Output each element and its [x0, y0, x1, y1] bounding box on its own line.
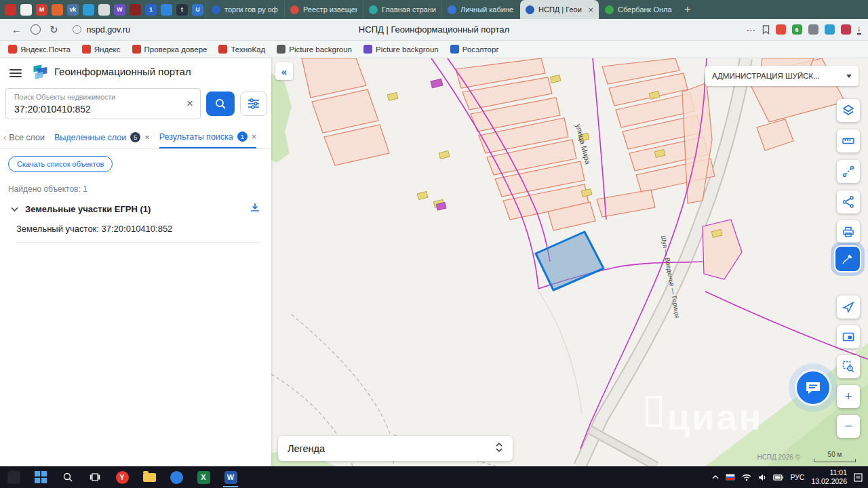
pinned-tab[interactable]: W	[114, 4, 125, 16]
search-input[interactable]: Поиск Объекты недвижимости 37:20:010410:…	[5, 88, 201, 119]
locate-button[interactable]	[837, 296, 860, 319]
extension-icon[interactable]	[776, 24, 786, 35]
extension-icon[interactable]	[825, 24, 835, 35]
language-indicator[interactable]: РУС	[790, 473, 804, 481]
volume-icon[interactable]	[758, 474, 766, 481]
tab-favicon	[448, 5, 456, 14]
print-button[interactable]	[837, 220, 860, 243]
tab-sberbank[interactable]: Сбербанк Онла	[599, 0, 677, 19]
pinned-tab[interactable]: t	[176, 4, 188, 16]
url-text[interactable]: nspd.gov.ru	[87, 25, 130, 35]
pinned-tab[interactable]: vk	[67, 4, 79, 16]
new-tab-button[interactable]: +	[684, 3, 691, 16]
portal-title: Геоинформационный портал	[54, 66, 191, 77]
pinned-tab[interactable]	[83, 4, 94, 16]
tab-close-icon[interactable]: ×	[588, 5, 593, 15]
reload-button[interactable]: ↻	[50, 24, 58, 36]
search-value[interactable]: 37:20:010410:852	[14, 104, 91, 115]
ruler-button[interactable]	[837, 129, 860, 152]
task-view-button[interactable]	[81, 466, 108, 488]
tab-lichny-kabinet[interactable]: Личный кабине	[441, 0, 520, 19]
tab-close-icon[interactable]: ×	[144, 132, 150, 142]
overview-map-button[interactable]	[837, 325, 860, 348]
tab-reestr[interactable]: Реестр извещен	[284, 0, 363, 19]
extension-icon[interactable]	[841, 24, 851, 35]
downloads-icon[interactable]: ↓	[857, 24, 862, 35]
clear-search-icon[interactable]: ×	[186, 97, 193, 110]
collections-flag-icon[interactable]	[762, 25, 770, 35]
tab-torgi[interactable]: торги гов ру оф	[205, 0, 284, 19]
excel-taskbar[interactable]: X	[190, 466, 217, 488]
group-download-icon[interactable]	[250, 202, 260, 216]
blue-app-taskbar[interactable]	[163, 466, 190, 488]
tab-glavnaya[interactable]: Главная страни	[363, 0, 441, 19]
taskbar-search-button[interactable]	[54, 466, 81, 488]
pinned-tab[interactable]: M	[36, 4, 47, 16]
tab-favicon	[290, 5, 299, 14]
pinned-tab[interactable]	[5, 4, 16, 16]
search-button[interactable]	[206, 92, 235, 116]
profile-badge-icon[interactable]	[31, 24, 41, 35]
filter-button[interactable]	[240, 92, 267, 116]
pinned-tab[interactable]	[20, 4, 32, 16]
tabs-scroll-left-icon[interactable]: ‹	[3, 132, 6, 142]
taskbar-clock[interactable]: 11:01 13.02.2026	[811, 468, 847, 486]
tab-nspd-active[interactable]: НСПД | Геои ×	[520, 0, 599, 19]
menu-hamburger-icon[interactable]	[9, 67, 22, 79]
site-info-icon[interactable]	[73, 25, 81, 34]
taskbar-app-dark[interactable]	[0, 466, 27, 488]
layers-button[interactable]	[837, 99, 860, 122]
pinned-tab[interactable]	[98, 4, 110, 16]
tab-label: Выделенные слои	[54, 133, 126, 142]
region-selector-label: АДМИНИСТРАЦИЯ ШУЙСК...	[712, 72, 820, 80]
extension-icon[interactable]: 6	[792, 24, 802, 35]
tray-expand-icon[interactable]	[712, 475, 719, 479]
result-item[interactable]: Земельный участок: 37:20:010410:852	[16, 224, 260, 243]
bookmark-item[interactable]: Picture backgroun	[363, 45, 439, 54]
chat-button[interactable]	[795, 369, 831, 406]
bookmark-item[interactable]: Росэлторг	[450, 45, 499, 54]
scale-label: 50 м	[814, 451, 856, 458]
windows-start-button[interactable]	[27, 466, 54, 488]
tab-all-layers[interactable]: Все слои	[9, 126, 45, 148]
tab-title: Реестр извещен	[303, 5, 357, 14]
area-search-button[interactable]	[837, 355, 860, 378]
bookmark-item[interactable]: ТехноКад	[218, 45, 265, 54]
battery-icon[interactable]	[773, 474, 783, 481]
measure-button[interactable]	[837, 160, 860, 183]
action-center-icon[interactable]	[854, 473, 863, 482]
filter-sliders-icon	[247, 98, 260, 110]
pinned-tab[interactable]: 1	[145, 4, 157, 16]
tab-selected-layers[interactable]: Выделенные слои 5 ×	[54, 126, 150, 148]
wifi-icon[interactable]	[742, 474, 751, 481]
chevron-down-icon	[11, 207, 18, 211]
tab-close-icon[interactable]: ×	[252, 131, 257, 142]
more-menu-icon[interactable]: ⋯	[747, 24, 756, 35]
legend-bar[interactable]: Легенда	[278, 436, 513, 461]
pinned-tab[interactable]	[161, 4, 172, 16]
scale-bar: 50 м	[814, 451, 856, 462]
bookmark-item[interactable]: Яндекс	[82, 45, 121, 54]
pinned-tab[interactable]: U	[192, 4, 203, 16]
zoom-out-button[interactable]: −	[837, 415, 860, 438]
map-canvas[interactable]: улица Мира Шуя — Введенье — Горицы циан …	[271, 58, 868, 466]
zoom-in-button[interactable]: +	[837, 385, 860, 408]
extension-icon[interactable]	[808, 24, 818, 35]
tab-search-results[interactable]: Результаты поиска 1 ×	[159, 126, 257, 148]
legend-expand-icon[interactable]	[495, 441, 503, 456]
draw-tool-button-active[interactable]	[834, 245, 861, 272]
result-group-row[interactable]: Земельные участки ЕГРН (1)	[11, 202, 260, 216]
back-button[interactable]: ←	[12, 24, 22, 35]
yandex-browser-taskbar[interactable]: Y	[108, 466, 136, 488]
language-flag-icon[interactable]	[726, 474, 735, 481]
bookmark-item[interactable]: Picture backgroun	[277, 45, 352, 54]
file-explorer-taskbar[interactable]	[136, 466, 163, 488]
bookmark-item[interactable]: Проверка довере	[132, 45, 208, 54]
collapse-panel-button[interactable]: «	[275, 62, 293, 80]
bookmark-item[interactable]: Яндекс.Почта	[8, 45, 71, 54]
download-list-button[interactable]: Скачать список объектов	[8, 156, 113, 172]
pinned-tab[interactable]	[52, 4, 63, 16]
pinned-tab[interactable]	[130, 4, 141, 16]
share-button[interactable]	[837, 190, 860, 214]
word-taskbar[interactable]: W	[217, 466, 244, 488]
